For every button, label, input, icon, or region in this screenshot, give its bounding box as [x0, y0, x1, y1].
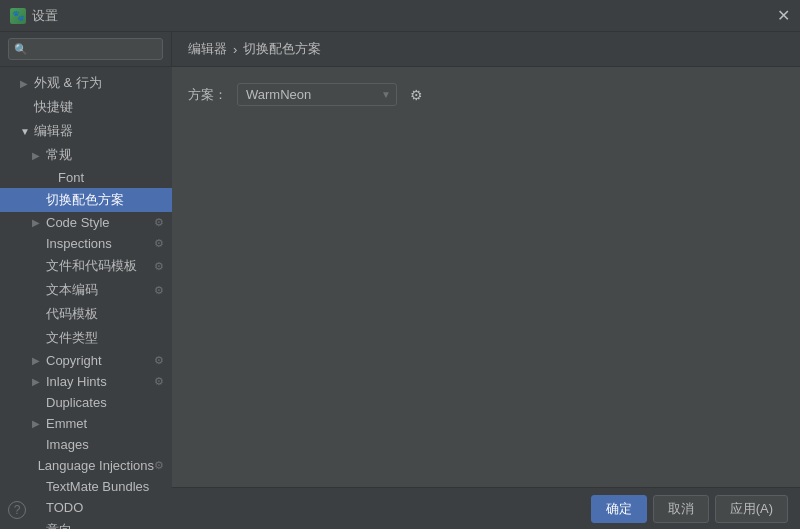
arrow-icon: ▶: [32, 150, 44, 161]
sidebar-item-images[interactable]: Images: [0, 434, 172, 455]
sidebar-item-label: 外观 & 行为: [34, 74, 102, 92]
sidebar-item-general[interactable]: ▶ 常规: [0, 143, 172, 167]
settings-icon: ⚙: [154, 216, 164, 229]
sidebar-item-label: Code Style: [46, 215, 110, 230]
sidebar-item-copyright[interactable]: ▶ Copyright ⚙: [0, 350, 172, 371]
search-icon: 🔍: [14, 43, 28, 56]
sidebar-item-label: 编辑器: [34, 122, 73, 140]
breadcrumb-separator: ›: [233, 42, 237, 57]
footer: 确定 取消 应用(A): [172, 487, 800, 529]
search-wrapper: 🔍: [8, 38, 163, 60]
sidebar-item-label: Inspections: [46, 236, 112, 251]
sidebar-item-text-encoding[interactable]: 文本编码 ⚙: [0, 278, 172, 302]
scheme-label: 方案：: [188, 86, 227, 104]
apply-button[interactable]: 应用(A): [715, 495, 788, 523]
arrow-icon: ▶: [32, 355, 44, 366]
sidebar-item-shortcuts[interactable]: 快捷键: [0, 95, 172, 119]
sidebar-item-code-style[interactable]: ▶ Code Style ⚙: [0, 212, 172, 233]
close-button[interactable]: ✕: [777, 8, 790, 24]
settings-icon: ⚙: [154, 260, 164, 273]
sidebar-item-textmate-bundles[interactable]: TextMate Bundles: [0, 476, 172, 497]
sidebar-item-file-types[interactable]: 文件类型: [0, 326, 172, 350]
sidebar-item-emmet[interactable]: ▶ Emmet: [0, 413, 172, 434]
sidebar-item-intentions[interactable]: 意向: [0, 518, 172, 529]
sidebar-item-label: Emmet: [46, 416, 87, 431]
breadcrumb-editor: 编辑器: [188, 40, 227, 58]
content-spacer: [172, 122, 800, 487]
settings-icon: ⚙: [154, 459, 164, 472]
arrow-icon: ▶: [32, 418, 44, 429]
sidebar-item-label: 意向: [46, 521, 72, 529]
app-icon: 🐾: [10, 8, 26, 24]
sidebar-item-label: 快捷键: [34, 98, 73, 116]
breadcrumb: 编辑器 › 切换配色方案: [172, 32, 800, 67]
sidebar-item-label: 切换配色方案: [46, 191, 124, 209]
title-bar: 🐾 设置 ✕: [0, 0, 800, 32]
sidebar-item-label: 文件类型: [46, 329, 98, 347]
sidebar-item-label: Font: [58, 170, 84, 185]
ok-button[interactable]: 确定: [591, 495, 647, 523]
content-body: 方案： WarmNeon Default Darcula High Contra…: [172, 67, 800, 122]
sidebar-item-color-scheme[interactable]: 切换配色方案: [0, 188, 172, 212]
scheme-select[interactable]: WarmNeon Default Darcula High Contrast M…: [237, 83, 397, 106]
scheme-gear-button[interactable]: ⚙: [407, 84, 426, 106]
sidebar-item-label: 代码模板: [46, 305, 98, 323]
help-button[interactable]: ?: [8, 501, 26, 519]
sidebar-nav: ▶ 外观 & 行为 快捷键 ▼ 编辑器 ▶ 常规 Font 切换配色方案: [0, 67, 172, 529]
title-bar-left: 🐾 设置: [10, 7, 58, 25]
search-area: 🔍: [0, 32, 171, 67]
search-input[interactable]: [8, 38, 163, 60]
arrow-icon: ▶: [32, 376, 44, 387]
sidebar-item-label: TODO: [46, 500, 83, 515]
sidebar-item-label: 文本编码: [46, 281, 98, 299]
sidebar-item-label: Inlay Hints: [46, 374, 107, 389]
sidebar-item-appearance[interactable]: ▶ 外观 & 行为: [0, 71, 172, 95]
sidebar-item-language-injections[interactable]: Language Injections ⚙: [0, 455, 172, 476]
sidebar-item-font[interactable]: Font: [0, 167, 172, 188]
scheme-select-wrapper: WarmNeon Default Darcula High Contrast M…: [237, 83, 397, 106]
sidebar-item-label: 常规: [46, 146, 72, 164]
sidebar-item-label: Duplicates: [46, 395, 107, 410]
sidebar-item-label: Images: [46, 437, 89, 452]
arrow-icon: ▼: [20, 126, 32, 137]
arrow-icon: ▶: [20, 78, 32, 89]
sidebar-item-label: Copyright: [46, 353, 102, 368]
breadcrumb-scheme: 切换配色方案: [243, 40, 321, 58]
sidebar-item-file-templates[interactable]: 文件和代码模板 ⚙: [0, 254, 172, 278]
sidebar-item-label: 文件和代码模板: [46, 257, 137, 275]
window-title: 设置: [32, 7, 58, 25]
settings-icon: ⚙: [154, 237, 164, 250]
sidebar-item-editor[interactable]: ▼ 编辑器: [0, 119, 172, 143]
sidebar-item-duplicates[interactable]: Duplicates: [0, 392, 172, 413]
cancel-button[interactable]: 取消: [653, 495, 709, 523]
sidebar-item-inspections[interactable]: Inspections ⚙: [0, 233, 172, 254]
sidebar-item-code-templates[interactable]: 代码模板: [0, 302, 172, 326]
settings-icon: ⚙: [154, 284, 164, 297]
sidebar-item-inlay-hints[interactable]: ▶ Inlay Hints ⚙: [0, 371, 172, 392]
settings-icon: ⚙: [154, 354, 164, 367]
sidebar-item-label: Language Injections: [38, 458, 154, 473]
settings-icon: ⚙: [154, 375, 164, 388]
arrow-icon: ▶: [32, 217, 44, 228]
sidebar-item-label: TextMate Bundles: [46, 479, 149, 494]
